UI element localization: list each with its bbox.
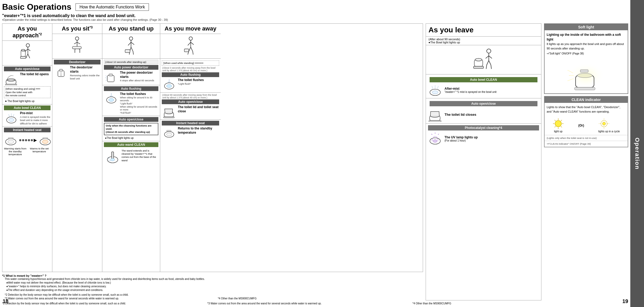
subtitle-main: "ewater+"*1 is used automatically to cle… [2, 13, 628, 18]
svg-line-62 [188, 42, 190, 45]
figure-sit [52, 34, 102, 59]
svg-line-39 [128, 42, 131, 45]
func-block-auto-open-close: Auto open/close [2, 66, 52, 104]
func-text-lid-open: The toilet lid opens [20, 72, 51, 77]
bowl-light-note-stand: ●The Bowl light lights up [104, 136, 158, 140]
wand-block: The wand extends and is cleaned by "ewat… [104, 148, 158, 166]
aylb-func-header-open-close: Auto open/close [430, 101, 537, 106]
svg-line-115 [561, 126, 562, 127]
func-text-deodorizer: The deodorizer starts Removing odors ins… [70, 66, 100, 80]
svg-line-3 [28, 49, 30, 51]
aylb-photocatalyst: Photocatalyst cleaning*4 [426, 124, 541, 148]
svg-line-63 [189, 47, 191, 51]
svg-rect-19 [8, 138, 13, 139]
timing-note-flush: (About 3 seconds after moving away from … [162, 67, 219, 72]
func-text-seat-standby: Returns to the standby temperature [178, 127, 219, 135]
subtitle-sub: •Operation under the initial settings is… [2, 18, 628, 21]
func-header-flushing-move: Auto flushing [162, 72, 219, 77]
func-header-open-close-move: Auto open/close [162, 99, 219, 104]
timed-note-deodorizer: (About 10 seconds after standing up) [104, 60, 158, 64]
phase-header-standup: As you stand up [102, 24, 160, 34]
func-text-flush-stand: The toilet flushes When sitting for arou… [120, 92, 158, 115]
svg-point-59 [189, 37, 192, 40]
svg-rect-95 [429, 120, 441, 122]
note-when-standing: [When standing and using] ••••• Open the… [4, 86, 51, 98]
svg-line-66 [193, 51, 193, 54]
func-block-auto-open-close-stand: Auto open/close Only when the cleansing … [102, 116, 160, 141]
page-number-left: 18 [3, 298, 8, 304]
func-block-deodorizer: Deodorizer [52, 59, 102, 81]
svg-line-84 [491, 65, 491, 69]
svg-line-50 [106, 80, 107, 81]
phase-col-standup: As you stand up [102, 24, 160, 272]
aylb-bowl-text: After-mist "ewater+" *1 mist is sprayed … [445, 87, 496, 93]
subtitle-block: "ewater+"*1 is used automatically to cle… [2, 13, 628, 21]
stick-figure-moveaway [183, 36, 198, 56]
phase-col-moveaway: As you move away [160, 24, 221, 272]
bowl-light-note-approach: ● The Bowl light lights up [4, 99, 51, 103]
svg-line-81 [487, 61, 489, 65]
func-text-lid-close-move: The toilet lid and toilet seat close [178, 105, 219, 113]
svg-point-52 [109, 98, 114, 102]
func-block-flushing-move: [When used while standing] •••••••••• (A… [160, 59, 221, 93]
func-header-wand-clean: Auto wand CLEAN [104, 142, 158, 147]
svg-point-109 [555, 120, 561, 127]
svg-point-89 [432, 91, 438, 94]
svg-line-26 [77, 42, 80, 44]
svg-line-64 [190, 47, 193, 51]
svg-line-48 [106, 76, 107, 77]
svg-rect-87 [474, 66, 484, 68]
svg-line-116 [561, 120, 562, 121]
as-you-leave-box: As you leave (After about 90 seconds) ●T… [426, 23, 541, 300]
figure-standup [102, 34, 160, 59]
svg-rect-76 [167, 130, 171, 131]
page-header: Basic Operations How the Automatic Funct… [2, 2, 628, 12]
svg-rect-47 [109, 74, 113, 76]
svg-line-82 [489, 61, 491, 65]
svg-point-21 [42, 140, 48, 144]
func-header-bowl-clean-approach: Auto bowl CLEAN [4, 105, 51, 110]
svg-rect-22 [43, 138, 48, 139]
light-up-display: light up [552, 118, 564, 133]
svg-line-42 [131, 47, 133, 51]
heated-labels: Warming starts from the standby temperat… [4, 147, 51, 156]
svg-line-90 [432, 86, 433, 89]
svg-point-18 [8, 140, 14, 144]
tab-label: How the Automatic Functions Work [76, 3, 149, 11]
func-image-lid-open [4, 72, 18, 85]
func-header-power-deodorizer: Auto power deodorizer [104, 65, 158, 70]
lights-cycle-display: lights up in a cycle [598, 118, 620, 133]
func-image-seat-standby [162, 127, 176, 140]
fn3: *3 Water comes out from the area around … [207, 302, 407, 305]
svg-line-114 [555, 120, 556, 121]
svg-rect-31 [72, 47, 81, 49]
aylb-header: As you leave [426, 24, 541, 37]
svg-line-83 [486, 65, 487, 69]
svg-point-75 [167, 133, 172, 136]
svg-line-80 [489, 56, 492, 58]
svg-point-0 [26, 44, 29, 47]
svg-line-49 [105, 78, 107, 78]
svg-line-25 [74, 42, 77, 44]
func-header-flushing-stand: Auto flushing [104, 86, 158, 91]
soft-light-body: Lighting up the inside of the bathroom w… [545, 30, 628, 58]
aylb-bowl-image [428, 83, 442, 97]
svg-rect-46 [107, 76, 114, 82]
func-header-deodorizer: Deodorizer [54, 60, 100, 64]
aylb-bowl-clean: Auto bowl CLEAN [426, 74, 541, 98]
heated-seat-icon [4, 134, 18, 146]
svg-point-77 [487, 49, 491, 53]
clean-or-label: (Or) [578, 124, 584, 127]
svg-point-69 [167, 84, 172, 88]
svg-rect-67 [184, 49, 189, 52]
func-block-wand-clean: Auto wand CLEAN [102, 141, 160, 167]
clean-footnote-1: (Lights only when the toilet seat is not… [545, 135, 628, 141]
aylb-open-close: Auto open/close [426, 98, 541, 124]
right-info-col: Soft light Lighting up the inside of the… [544, 23, 628, 300]
svg-point-37 [129, 37, 133, 40]
svg-rect-45 [125, 50, 130, 53]
operation-sidebar: Operation [630, 0, 644, 307]
svg-line-4 [26, 54, 28, 58]
when-used-standing-note: [When used while standing] •••••••••• [162, 61, 219, 66]
svg-line-117 [555, 126, 556, 127]
